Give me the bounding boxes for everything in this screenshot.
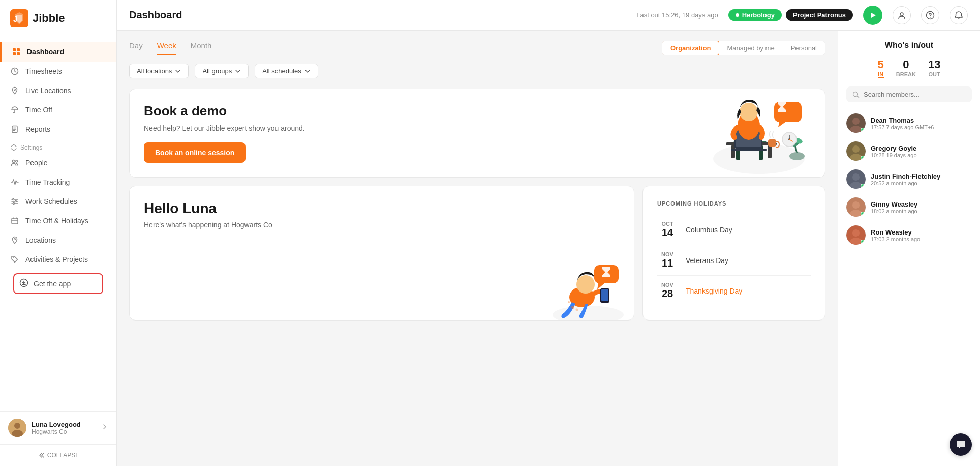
svg-point-60 bbox=[852, 173, 860, 181]
herbology-label: Herbology bbox=[742, 11, 775, 19]
svg-point-43 bbox=[553, 306, 624, 321]
timer-pills: Herbology Project Patronus bbox=[728, 9, 853, 21]
svg-rect-33 bbox=[731, 149, 767, 151]
svg-rect-47 bbox=[601, 289, 608, 301]
sidebar-item-reports[interactable]: Reports bbox=[0, 120, 116, 139]
sidebar-item-timesheets[interactable]: Timesheets bbox=[0, 62, 116, 81]
member-avatar-4 bbox=[846, 225, 866, 245]
holiday-month-2: NOV bbox=[657, 282, 678, 288]
stat-break-label: BREAK bbox=[896, 71, 916, 77]
svg-point-11 bbox=[13, 199, 14, 200]
member-info-3: Ginny Weasley 18:02 a month ago bbox=[871, 200, 972, 214]
hello-desc: Here's what's happening at Hogwarts Co bbox=[144, 221, 620, 229]
stat-out-label: OUT bbox=[928, 71, 940, 77]
holiday-row-0: OCT 14 Columbus Day bbox=[657, 215, 811, 245]
dashboard-content: Day Week Month Organization Managed by m… bbox=[117, 31, 838, 466]
view-organization-button[interactable]: Organization bbox=[662, 41, 719, 55]
svg-rect-3 bbox=[17, 48, 20, 51]
filter-schedules[interactable]: All schedules bbox=[255, 64, 318, 78]
sidebar-item-time-off-holidays[interactable]: Time Off & Holidays bbox=[0, 211, 116, 230]
user-avatar bbox=[8, 419, 26, 437]
search-icon bbox=[852, 91, 860, 98]
sidebar-item-live-locations[interactable]: Live Locations bbox=[0, 81, 116, 100]
member-info-0: Dean Thomas 17:57 7 days ago GMT+6 bbox=[871, 116, 972, 130]
notifications-button[interactable] bbox=[950, 6, 968, 24]
stat-in-count: 5 bbox=[878, 58, 884, 71]
svg-point-21 bbox=[900, 13, 903, 16]
filter-groups[interactable]: All groups bbox=[195, 64, 249, 78]
sidebar-navigation: Dashboard Timesheets Live Locations bbox=[0, 37, 116, 411]
stat-out: 13 OUT bbox=[928, 58, 940, 78]
member-avatar-2 bbox=[846, 169, 866, 189]
svg-point-66 bbox=[852, 229, 860, 237]
holiday-name-0: Columbus Day bbox=[686, 226, 732, 234]
member-info-4: Ron Weasley 17:03 2 months ago bbox=[871, 228, 972, 242]
sidebar-item-label: Reports bbox=[25, 125, 50, 133]
sidebar-item-dashboard[interactable]: Dashboard bbox=[0, 42, 116, 62]
stat-in-label: IN bbox=[878, 71, 884, 78]
sidebar-item-people[interactable]: People bbox=[0, 153, 116, 172]
tag-icon bbox=[10, 255, 19, 264]
svg-rect-4 bbox=[13, 52, 16, 55]
collapse-button[interactable]: COLLAPSE bbox=[0, 444, 116, 466]
member-info-2: Justin Finch-Fletchley 20:52 a month ago bbox=[871, 172, 972, 186]
holiday-date-1: NOV 11 bbox=[657, 251, 678, 269]
member-row-2: Justin Finch-Fletchley 20:52 a month ago bbox=[846, 165, 972, 193]
sidebar-item-activities-projects[interactable]: Activities & Projects bbox=[0, 250, 116, 269]
filter-locations[interactable]: All locations bbox=[129, 64, 189, 78]
chat-button[interactable] bbox=[950, 433, 972, 456]
svg-point-45 bbox=[576, 275, 595, 294]
project-pill[interactable]: Project Patronus bbox=[786, 9, 853, 21]
stat-break: 0 BREAK bbox=[896, 58, 916, 78]
get-app-button[interactable]: Get the app bbox=[13, 273, 103, 294]
sidebar-item-label: Locations bbox=[25, 236, 56, 244]
online-dot-1 bbox=[861, 156, 865, 160]
sidebar-item-label: Time Tracking bbox=[25, 178, 70, 186]
calendar-icon bbox=[10, 216, 19, 225]
tab-week[interactable]: Week bbox=[157, 41, 176, 55]
logo-area[interactable]: J Jibble bbox=[0, 0, 116, 37]
holiday-name-1: Veterans Day bbox=[686, 256, 728, 265]
member-name-4: Ron Weasley bbox=[871, 228, 972, 236]
holidays-card: UPCOMING HOLIDAYS OCT 14 Columbus Day NO… bbox=[642, 186, 825, 321]
book-session-button[interactable]: Book an online session bbox=[144, 142, 246, 163]
svg-point-12 bbox=[15, 201, 17, 202]
tab-day[interactable]: Day bbox=[129, 41, 143, 55]
search-members-input[interactable] bbox=[864, 91, 966, 98]
view-managed-by-me-button[interactable]: Managed by me bbox=[719, 41, 782, 55]
herbology-pill[interactable]: Herbology bbox=[728, 9, 782, 21]
svg-point-9 bbox=[13, 160, 15, 163]
svg-rect-14 bbox=[12, 218, 18, 224]
period-tabs: Day Week Month Organization Managed by m… bbox=[129, 41, 825, 55]
sliders-icon bbox=[10, 197, 19, 206]
member-time-0: 17:57 7 days ago GMT+6 bbox=[871, 124, 972, 130]
whos-panel-title: Who's in/out bbox=[846, 41, 972, 50]
holiday-month-1: NOV bbox=[657, 251, 678, 257]
view-options: Organization Managed by me Personal bbox=[662, 41, 825, 55]
whos-stats: 5 IN 0 BREAK 13 OUT bbox=[846, 58, 972, 78]
help-button[interactable] bbox=[921, 6, 939, 24]
sidebar-item-work-schedules[interactable]: Work Schedules bbox=[0, 192, 116, 211]
member-name-1: Gregory Goyle bbox=[871, 144, 972, 152]
last-activity: Last out 15:26, 19 days ago bbox=[636, 11, 718, 19]
holiday-date-0: OCT 14 bbox=[657, 221, 678, 239]
user-profile[interactable]: Luna Lovegood Hogwarts Co bbox=[0, 411, 116, 444]
sidebar-item-time-off[interactable]: Time Off bbox=[0, 100, 116, 120]
sidebar-item-locations[interactable]: Locations bbox=[0, 230, 116, 250]
member-name-3: Ginny Weasley bbox=[871, 200, 972, 208]
settings-section[interactable]: Settings bbox=[0, 139, 116, 153]
user-profile-button[interactable] bbox=[893, 6, 911, 24]
holiday-name-2: Thanksgiving Day bbox=[686, 287, 742, 295]
svg-point-10 bbox=[16, 160, 18, 162]
play-timer-button[interactable] bbox=[863, 6, 882, 25]
jibble-logo-icon: J bbox=[10, 9, 28, 27]
search-members-box[interactable] bbox=[846, 86, 972, 102]
sidebar-item-time-tracking[interactable]: Time Tracking bbox=[0, 172, 116, 192]
online-dot-0 bbox=[861, 128, 865, 132]
svg-point-16 bbox=[13, 257, 14, 258]
user-company: Hogwarts Co bbox=[32, 428, 96, 435]
tab-month[interactable]: Month bbox=[191, 41, 212, 55]
map-pin-icon bbox=[10, 86, 19, 95]
view-personal-button[interactable]: Personal bbox=[783, 41, 825, 55]
whos-in-out-panel: Who's in/out 5 IN 0 BREAK 13 OUT bbox=[838, 31, 980, 466]
